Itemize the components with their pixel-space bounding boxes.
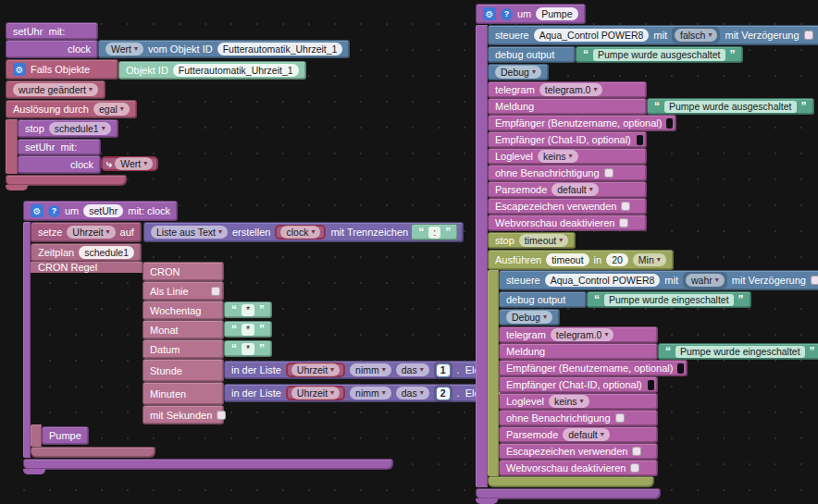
- telegram-block-on[interactable]: telegramtelegram.0▾ Meldung “Pumpe wurde…: [499, 326, 818, 476]
- value-socket[interactable]: [666, 118, 673, 129]
- monat-text-block[interactable]: “*”: [224, 321, 272, 338]
- verzoegerung-checkbox[interactable]: [804, 31, 813, 40]
- debug-level-dropdown[interactable]: Debug▾: [506, 311, 552, 324]
- cron-block[interactable]: CRON Als Linie Wochentag “*” Monat “*” D…: [143, 262, 510, 424]
- debug-text-field[interactable]: Pumpe wurde eingeschaltet: [604, 294, 734, 306]
- telegram-block-off[interactable]: telegramtelegram.0▾ Meldung “Pumpe wurde…: [488, 81, 818, 231]
- das-dropdown[interactable]: das▾: [396, 363, 429, 376]
- schedule-dropdown[interactable]: schedule1▾: [49, 122, 111, 135]
- das-dropdown[interactable]: das▾: [396, 387, 429, 400]
- value-socket[interactable]: [637, 135, 643, 145]
- function-name-field[interactable]: setUhr: [83, 204, 123, 217]
- benachrichtigung-checkbox[interactable]: [615, 413, 625, 423]
- timeout-name-field[interactable]: timeout: [546, 253, 589, 266]
- help-icon[interactable]: ?: [48, 205, 60, 217]
- meldung-text-block[interactable]: “Pumpe wurde ausgeschaltet”: [647, 98, 814, 115]
- steuere-value-dropdown[interactable]: falsch▾: [675, 29, 717, 42]
- objekt-id-block[interactable]: Objekt ID Futterautomatik_Uhrzeit_1: [118, 61, 306, 80]
- webvorschau-checkbox[interactable]: [619, 218, 628, 227]
- wert-variable-block[interactable]: ⤷ Wert▾: [101, 156, 158, 171]
- debug-block-off[interactable]: debug output “Pumpe wurde ausgeschaltet”: [488, 46, 818, 63]
- steuere-objekt-field[interactable]: Aqua_Control POWER8: [534, 29, 650, 42]
- function-name-field[interactable]: Pumpe: [536, 7, 577, 20]
- zeitplan-block-bottom[interactable]: [31, 447, 155, 458]
- star-field[interactable]: *: [242, 343, 254, 355]
- separator-field[interactable]: :: [428, 227, 440, 239]
- meldung-text-block[interactable]: “Pumpe wurde eingeschaltet”: [658, 343, 818, 360]
- function-setuhr-bottom[interactable]: [23, 459, 393, 470]
- escape-checkbox[interactable]: [632, 447, 641, 456]
- zeitplan-block[interactable]: Zeitplan schedule1 CRON Regel CRON Als L…: [31, 243, 510, 458]
- steuere-objekt-field[interactable]: Aqua_Control POWER8: [545, 274, 661, 287]
- setuhr-call-inner-block[interactable]: setUhr mit: clock ⤷ Wert▾: [18, 139, 350, 174]
- setze-block[interactable]: setze Uhrzeit▾ auf: [31, 222, 142, 242]
- debug-block-on[interactable]: debug output “Pumpe wurde eingeschaltet”: [499, 291, 818, 308]
- objekt-id-field[interactable]: Futterautomatik_Uhrzeit_1: [217, 43, 343, 55]
- benachrichtigung-checkbox[interactable]: [604, 168, 614, 178]
- setuhr-call-block[interactable]: setUhr mit: clock Wert▾ vom Objekt ID Fu…: [6, 22, 350, 58]
- list-get-block-minuten[interactable]: in der Liste Uhrzeit▾ nimm▾ das▾ 2 . Ele…: [224, 384, 510, 402]
- stop-timeout-block[interactable]: stop timeout▾: [488, 232, 576, 249]
- gear-icon[interactable]: ⚙: [483, 7, 496, 20]
- parsemode-dropdown[interactable]: default▾: [563, 428, 610, 441]
- list-mode-dropdown[interactable]: Liste aus Text▾: [151, 226, 228, 239]
- ausfuehren-timeout-block[interactable]: Ausführen timeout in 20 Min▾ steuere Aqu…: [488, 250, 818, 487]
- debug-text-block[interactable]: “Pumpe wurde eingeschaltet”: [587, 291, 751, 308]
- als-linie-checkbox[interactable]: [211, 287, 220, 296]
- meldung-text-field[interactable]: Pumpe wurde eingeschaltet: [675, 346, 805, 358]
- escape-checkbox[interactable]: [621, 202, 630, 211]
- ausloesung-dropdown[interactable]: egal▾: [93, 103, 130, 116]
- meldung-text-field[interactable]: Pumpe wurde ausgeschaltet: [664, 101, 797, 113]
- pumpe-call-block[interactable]: Pumpe: [42, 426, 89, 445]
- star-field[interactable]: *: [242, 324, 254, 336]
- star-field[interactable]: *: [242, 304, 254, 316]
- value-socket[interactable]: [677, 363, 684, 374]
- steuere-value-dropdown[interactable]: wahr▾: [686, 274, 725, 287]
- debug-text-field[interactable]: Pumpe wurde ausgeschaltet: [593, 49, 725, 61]
- schedule-name-field[interactable]: schedule1: [79, 246, 134, 259]
- value-socket[interactable]: [648, 380, 654, 390]
- falls-objekte-trigger-block[interactable]: ⚙ Falls Objekte Objekt ID Futterautomati…: [6, 59, 350, 80]
- zeitplan-header[interactable]: Zeitplan schedule1: [31, 243, 142, 262]
- nimm-dropdown[interactable]: nimm▾: [350, 387, 391, 400]
- telegram-instance-dropdown[interactable]: telegram.0▾: [539, 83, 603, 96]
- timeout-dropdown[interactable]: timeout▾: [519, 234, 568, 247]
- wochentag-text-block[interactable]: “*”: [224, 301, 272, 318]
- function-setuhr-header[interactable]: ⚙ ? um setUhr mit: clock: [23, 201, 178, 221]
- list-get-block-stunde[interactable]: in der Liste Uhrzeit▾ nimm▾ das▾ 1 . Ele…: [224, 361, 510, 379]
- gear-icon[interactable]: ⚙: [13, 63, 26, 76]
- uhrzeit-variable-block[interactable]: Uhrzeit▾: [286, 386, 345, 400]
- verzoegerung-checkbox[interactable]: [811, 276, 818, 285]
- telegram-instance-dropdown[interactable]: telegram.0▾: [551, 328, 614, 341]
- debug-level-dropdown[interactable]: Debug▾: [495, 66, 541, 79]
- uhrzeit-variable-block[interactable]: Uhrzeit▾: [286, 363, 345, 377]
- timeout-unit-dropdown[interactable]: Min▾: [633, 253, 666, 266]
- function-pumpe-bottom[interactable]: [476, 488, 661, 499]
- index-number-field[interactable]: 1: [436, 363, 451, 377]
- function-pumpe-header[interactable]: ⚙ ? um Pumpe: [476, 4, 586, 24]
- variable-dropdown[interactable]: Uhrzeit▾: [67, 226, 115, 239]
- sekunden-checkbox[interactable]: [217, 411, 226, 420]
- help-icon[interactable]: ?: [501, 8, 513, 20]
- loglevel-dropdown[interactable]: keins▾: [549, 395, 589, 408]
- ausfuehren-block-bottom[interactable]: [488, 476, 654, 487]
- steuere-block-off[interactable]: steuere Aqua_Control POWER8 mit falsch▾ …: [488, 25, 818, 45]
- timeout-number-field[interactable]: 20: [606, 253, 628, 266]
- stop-schedule-block[interactable]: stop schedule1▾: [18, 119, 118, 138]
- nimm-dropdown[interactable]: nimm▾: [350, 363, 391, 376]
- clock-variable-block[interactable]: clock▾: [275, 225, 326, 240]
- get-value-block[interactable]: Wert▾ vom Objekt ID Futterautomatik_Uhrz…: [98, 40, 350, 58]
- steuere-block-on[interactable]: steuere Aqua_Control POWER8 mit wahr▾ mi…: [499, 270, 818, 290]
- objekt-id-field[interactable]: Futterautomatik_Uhrzeit_1: [173, 64, 299, 77]
- index-number-field[interactable]: 2: [436, 387, 451, 400]
- loglevel-dropdown[interactable]: keins▾: [538, 150, 578, 163]
- parsemode-dropdown[interactable]: default▾: [552, 183, 599, 196]
- gear-icon[interactable]: ⚙: [31, 204, 43, 217]
- ausfuehren-header[interactable]: Ausführen timeout in 20 Min▾: [488, 250, 674, 270]
- webvorschau-checkbox[interactable]: [630, 463, 639, 473]
- liste-aus-text-block[interactable]: Liste aus Text▾ erstellen clock▾ mit Tre…: [143, 222, 464, 242]
- blockly-workspace[interactable]: setUhr mit: clock Wert▾ vom Objekt ID Fu…: [0, 0, 818, 504]
- value-attr-dropdown[interactable]: Wert▾: [105, 43, 143, 55]
- separator-text-block[interactable]: “:”: [411, 224, 458, 240]
- change-type-dropdown[interactable]: wurde geändert▾: [13, 83, 98, 96]
